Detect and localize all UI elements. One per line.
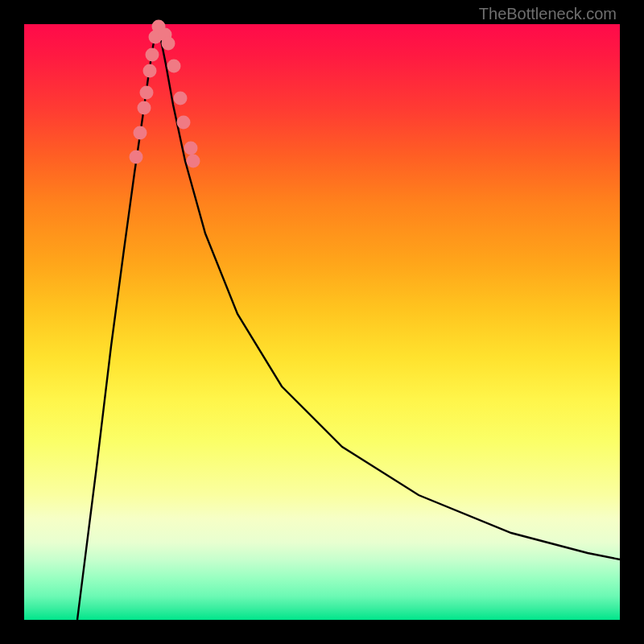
data-point	[167, 60, 181, 73]
outer-frame: TheBottleneck.com	[0, 0, 644, 644]
data-markers	[130, 20, 200, 168]
data-point	[143, 64, 157, 78]
curve-right	[158, 24, 620, 559]
data-point	[138, 101, 151, 115]
data-point	[162, 37, 175, 51]
data-point	[187, 155, 200, 168]
data-point	[184, 142, 198, 155]
brand-label: TheBottleneck.com	[479, 5, 617, 23]
data-point	[130, 151, 143, 164]
data-point	[177, 116, 191, 130]
data-point	[174, 92, 188, 105]
curve-layer	[24, 24, 620, 620]
data-point	[134, 126, 147, 140]
data-point	[146, 48, 159, 62]
data-point	[140, 86, 154, 100]
